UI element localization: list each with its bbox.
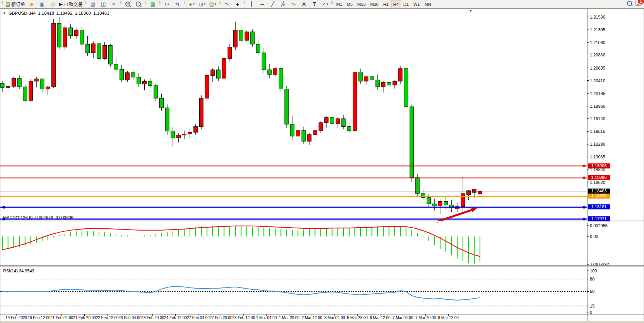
candle	[347, 127, 351, 131]
candle	[444, 202, 448, 205]
profile-icon[interactable]: ▣	[37, 0, 47, 8]
support-line-1-price-label: 1.18181	[588, 204, 610, 209]
horizontal-line-icon[interactable]: ─	[257, 0, 267, 8]
time-axis-label: 20 Feb 12:00	[27, 316, 50, 320]
timeframe-button-m15[interactable]: M15	[355, 0, 368, 8]
new-order-button[interactable]: ▤新订单	[4, 0, 26, 8]
zoom-out-icon[interactable]: −	[133, 0, 143, 8]
time-axis-label: 8 Mar 12:00	[438, 316, 459, 320]
notifications-icon[interactable]: 1	[635, 1, 642, 6]
auto-scroll-icon[interactable]: ↦	[162, 0, 172, 8]
candle	[256, 44, 260, 53]
price-axis-tick-label: 1.20410	[590, 78, 605, 83]
search-icon[interactable]	[627, 1, 632, 6]
bar-chart-icon[interactable]: ▥	[87, 0, 98, 8]
zoom-in-icon[interactable]: +	[123, 0, 133, 8]
candle	[364, 76, 368, 81]
vertical-line-icon-glyph: │	[250, 2, 253, 7]
candlestick-chart-icon[interactable]: ◫	[98, 0, 108, 8]
resistance-line-2-handle[interactable]	[583, 177, 585, 179]
cursor-group: ↖+	[222, 0, 243, 8]
support-line-1-handle[interactable]	[3, 206, 5, 208]
candle	[131, 73, 135, 77]
candle	[234, 30, 237, 47]
timeframe-button-m5[interactable]: M5	[345, 0, 355, 8]
candle	[376, 80, 379, 87]
equidistant-channel-icon[interactable]: ╱E	[278, 0, 288, 8]
chart-canvas[interactable]	[0, 9, 644, 323]
price-axis-tick-label: 1.19960	[590, 104, 605, 109]
candle	[80, 30, 84, 44]
candle	[86, 44, 90, 53]
support-line-1-handle[interactable]	[583, 206, 585, 208]
resistance-line-1-handle[interactable]	[583, 165, 585, 167]
timeframe-button-m1[interactable]: M1	[334, 0, 344, 8]
rsi-axis-tick-label: 0	[590, 310, 592, 314]
line-chart-icon[interactable]: ≈	[108, 0, 119, 8]
templates-button[interactable]: ▨▾	[207, 0, 218, 8]
candle	[46, 87, 50, 89]
indicators-button[interactable]: +▾	[186, 0, 197, 8]
candle	[262, 53, 266, 70]
orange-level-line-price-label: 1.18370	[588, 194, 610, 199]
signal-icon[interactable]: ◎	[47, 0, 58, 8]
line-chart-icon-glyph: ≈	[112, 2, 115, 7]
timeframe-button-mn[interactable]: MN	[422, 0, 433, 8]
time-axis-label: 24 Feb 12:00	[164, 316, 187, 320]
time-axis-label: 21 Feb 04:00	[50, 316, 73, 320]
arrow-annotation[interactable]	[437, 209, 474, 222]
timeframe-button-w1[interactable]: W1	[411, 0, 422, 8]
timeframe-button-d1[interactable]: D1	[401, 0, 411, 8]
timeframe-button-m30[interactable]: M30	[368, 0, 381, 8]
candle	[74, 30, 78, 36]
support-line-2-handle[interactable]	[583, 218, 585, 220]
crosshair-icon[interactable]: +	[232, 0, 243, 8]
toolbar-grip	[2, 1, 3, 7]
candle	[279, 69, 283, 89]
auto-trading-button[interactable]: ▶自动交易	[58, 0, 84, 8]
candle	[290, 124, 294, 136]
panel-separator-macd[interactable]	[0, 221, 644, 222]
arrow-annotation-head[interactable]	[471, 208, 477, 212]
candle	[342, 119, 345, 127]
time-axis-label: 21 Feb 20:00	[73, 316, 96, 320]
timeframe-button-h1[interactable]: H1	[381, 0, 391, 8]
eraser-icon[interactable]: ◆	[26, 0, 37, 8]
candle	[200, 98, 203, 126]
chart-shift-marker-icon[interactable]: ▼	[469, 9, 472, 13]
text-label-icon[interactable]: T	[309, 0, 319, 8]
vertical-line-icon[interactable]: │	[246, 0, 257, 8]
time-axis-label: 6 Mar 12:00	[370, 316, 390, 320]
macd-label: MACD(12,26,9) -0.004876 -0.003806	[3, 215, 73, 220]
time-axis-label: 19 Feb 2023	[5, 316, 27, 320]
time-axis-label: 27 Feb 20:00	[210, 316, 232, 320]
rsi-axis-tick-label: 15	[590, 304, 594, 308]
panel-separator-rsi[interactable]	[0, 265, 644, 267]
zoom-out-icon: −	[136, 2, 141, 7]
macd-axis-tick-label: 0.002055	[590, 223, 608, 228]
timeframe-button-h4[interactable]: H4	[391, 0, 401, 8]
candle	[51, 23, 55, 87]
tile-windows-icon[interactable]: ▦	[147, 0, 158, 8]
bar-chart-icon-glyph: ▥	[91, 2, 95, 7]
resistance-line-1-price-label: 1.18906	[588, 163, 610, 168]
candle	[108, 45, 112, 64]
collapse-triangle-icon[interactable]: ▼	[3, 12, 6, 15]
mt4-application: ▤新订单◆▣◎▶自动交易▥◫≈+−▦↦⇆+▾◷▾▨▾↖+│─╱╱E≡FAT↗▾M…	[0, 0, 644, 323]
text-icon[interactable]: A	[299, 0, 309, 8]
candle	[387, 82, 391, 85]
time-axis-label: 27 Feb 04:00	[187, 316, 210, 320]
chart-shift-icon[interactable]: ⇆	[172, 0, 183, 8]
arrows-icon[interactable]: ↗▾	[319, 0, 330, 8]
candle	[404, 69, 408, 107]
cursor-icon[interactable]: ↖	[222, 0, 232, 8]
trendline-icon[interactable]: ╱	[267, 0, 278, 8]
fibonacci-icon[interactable]: ≡F	[288, 0, 299, 8]
price-axis-tick-label: 1.21530	[590, 15, 605, 19]
zoom-in-icon: +	[125, 2, 130, 7]
equidistant-channel-icon-sub: E	[283, 4, 285, 7]
price-axis-tick-label: 1.20860	[590, 53, 605, 57]
periods-button[interactable]: ◷▾	[197, 0, 207, 8]
chevron-down-icon: ▾	[215, 3, 216, 6]
fibonacci-icon-sub: F	[294, 4, 296, 7]
